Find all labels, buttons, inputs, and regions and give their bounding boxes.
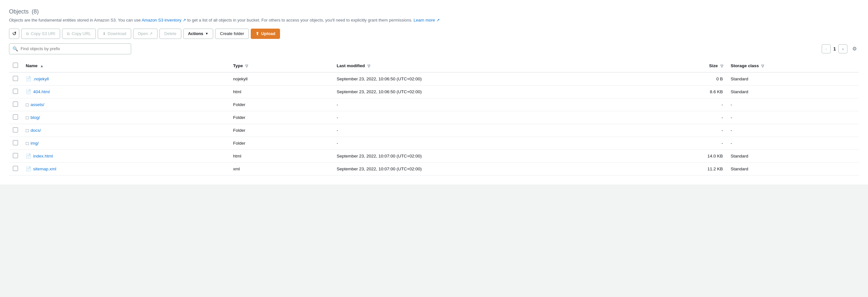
upload-button[interactable]: ⬆ Upload	[251, 29, 280, 39]
copy-s3-uri-label: Copy S3 URI	[31, 31, 55, 36]
current-page: 1	[833, 46, 836, 52]
storage-class: Standard	[727, 72, 859, 86]
search-bar-row: 🔍 ‹ 1 › ⚙	[9, 43, 859, 54]
delete-button[interactable]: Delete	[159, 29, 181, 39]
table-row: □docs/Folder---	[9, 124, 859, 137]
storage-class: Standard	[727, 85, 859, 98]
row-checkbox[interactable]	[13, 89, 18, 94]
file-type: html	[229, 150, 333, 162]
select-all-checkbox[interactable]	[13, 63, 18, 68]
file-type: nojekyll	[229, 72, 333, 86]
last-modified: -	[333, 111, 644, 124]
row-checkbox[interactable]	[13, 166, 18, 171]
search-box: 🔍	[9, 43, 131, 54]
file-name-link[interactable]: 📄sitemap.xml	[26, 166, 225, 171]
file-type: Folder	[229, 98, 333, 111]
refresh-button[interactable]: ↺	[9, 29, 19, 39]
object-count: (8)	[32, 8, 39, 15]
inventory-link[interactable]: Amazon S3 inventory ↗	[142, 18, 186, 23]
row-checkbox[interactable]	[13, 114, 18, 120]
prev-page-button[interactable]: ‹	[822, 44, 831, 53]
table-row: □img/Folder---	[9, 137, 859, 150]
file-size: 14.0 KB	[644, 150, 727, 162]
file-size: 11.2 KB	[644, 162, 727, 175]
toolbar: ↺ ⧉ Copy S3 URI ⧉ Copy URL ⬇ Download Op…	[9, 29, 859, 39]
upload-icon: ⬆	[255, 31, 259, 36]
create-folder-label: Create folder	[220, 31, 244, 36]
table-header-row: Name ▲ Type ▽ Last modified ▽ Size ▽ Sto…	[9, 60, 859, 72]
folder-icon: □	[26, 115, 29, 120]
file-icon: 📄	[26, 166, 31, 171]
file-name-link[interactable]: 📄index.html	[26, 153, 225, 159]
file-name-link[interactable]: □docs/	[26, 128, 225, 133]
actions-chevron-icon: ▼	[205, 32, 208, 35]
col-header-modified[interactable]: Last modified ▽	[333, 60, 644, 72]
storage-class: -	[727, 98, 859, 111]
file-name-link[interactable]: □blog/	[26, 115, 225, 120]
actions-button[interactable]: Actions ▼	[183, 29, 214, 39]
storage-class: -	[727, 124, 859, 137]
col-header-size[interactable]: Size ▽	[644, 60, 727, 72]
file-type: Folder	[229, 124, 333, 137]
copy-s3-uri-icon: ⧉	[26, 32, 29, 36]
file-name-link[interactable]: □assets/	[26, 102, 225, 107]
file-icon: 📄	[26, 76, 31, 81]
title-text: Objects	[9, 8, 29, 15]
file-type: Folder	[229, 111, 333, 124]
create-folder-button[interactable]: Create folder	[215, 29, 249, 39]
file-name-text: img/	[31, 141, 39, 145]
file-icon: 📄	[26, 89, 31, 94]
table-row: 📄sitemap.xmlxmlSeptember 23, 2022, 10:07…	[9, 162, 859, 175]
objects-table: Name ▲ Type ▽ Last modified ▽ Size ▽ Sto…	[9, 60, 859, 175]
last-modified: -	[333, 124, 644, 137]
row-checkbox[interactable]	[13, 140, 18, 145]
file-name-link[interactable]: □img/	[26, 140, 225, 146]
storage-class: Standard	[727, 150, 859, 162]
open-label: Open ↗	[138, 31, 153, 36]
open-button[interactable]: Open ↗	[133, 29, 157, 39]
file-name-link[interactable]: 📄404.html	[26, 89, 225, 94]
storage-sort-icon: ▽	[761, 64, 764, 68]
file-name-text: assets/	[31, 102, 44, 107]
actions-label: Actions	[188, 31, 204, 36]
table-row: 📄.nojekyllnojekyllSeptember 23, 2022, 10…	[9, 72, 859, 86]
storage-class: -	[727, 137, 859, 150]
col-header-storage[interactable]: Storage class ▽	[727, 60, 859, 72]
select-all-col	[9, 60, 22, 72]
learn-more-link[interactable]: Learn more ↗	[414, 18, 440, 23]
copy-s3-uri-button[interactable]: ⧉ Copy S3 URI	[21, 29, 60, 39]
name-sort-icon: ▲	[40, 64, 44, 68]
settings-icon[interactable]: ⚙	[850, 44, 859, 53]
last-modified: -	[333, 98, 644, 111]
refresh-icon: ↺	[12, 31, 17, 37]
download-icon: ⬇	[102, 32, 106, 36]
table-row: □blog/Folder---	[9, 111, 859, 124]
last-modified: -	[333, 137, 644, 150]
file-name-text: index.html	[33, 154, 53, 159]
file-name-link[interactable]: 📄.nojekyll	[26, 76, 225, 81]
file-name-text: blog/	[31, 115, 40, 120]
section-header: Objects (8) Objects are the fundamental …	[9, 8, 859, 24]
file-size: -	[644, 124, 727, 137]
row-checkbox[interactable]	[13, 76, 18, 81]
last-modified: September 23, 2022, 10:07:00 (UTC+02:00)	[333, 150, 644, 162]
row-checkbox[interactable]	[13, 153, 18, 158]
col-header-name[interactable]: Name ▲	[22, 60, 229, 72]
file-icon: 📄	[26, 153, 31, 159]
file-name-text: docs/	[31, 128, 41, 133]
search-input[interactable]	[21, 46, 128, 51]
size-sort-icon: ▽	[720, 64, 723, 68]
download-button[interactable]: ⬇ Download	[98, 29, 131, 39]
table-row: □assets/Folder---	[9, 98, 859, 111]
copy-url-button[interactable]: ⧉ Copy URL	[62, 29, 96, 39]
next-page-button[interactable]: ›	[838, 44, 847, 53]
storage-class: Standard	[727, 162, 859, 175]
file-size: -	[644, 98, 727, 111]
file-type: xml	[229, 162, 333, 175]
col-header-type[interactable]: Type ▽	[229, 60, 333, 72]
modified-sort-icon: ▽	[368, 64, 370, 68]
objects-panel: Objects (8) Objects are the fundamental …	[0, 0, 868, 185]
file-size: 0 B	[644, 72, 727, 86]
row-checkbox[interactable]	[13, 127, 18, 132]
row-checkbox[interactable]	[13, 102, 18, 107]
